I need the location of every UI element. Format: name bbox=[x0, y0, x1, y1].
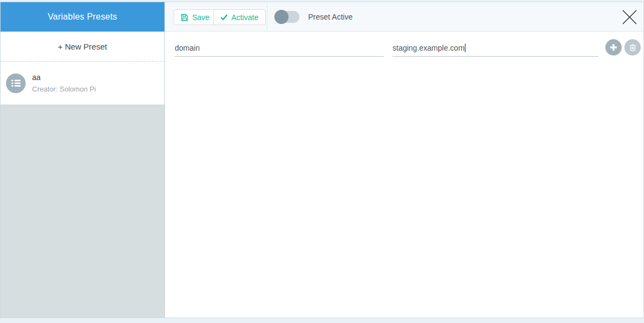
trash-icon bbox=[629, 43, 637, 52]
sidebar-title: Variables Presets bbox=[1, 2, 164, 32]
toggle-knob bbox=[274, 10, 289, 24]
variable-value-text: staging.example.com bbox=[392, 44, 464, 52]
variable-key-text: domain bbox=[175, 44, 200, 52]
new-preset-button[interactable]: + New Preset bbox=[1, 32, 164, 62]
sidebar: Variables Presets + New Preset aa Creato… bbox=[1, 2, 165, 318]
floppy-icon bbox=[181, 14, 188, 21]
delete-variable-button[interactable] bbox=[624, 39, 641, 56]
save-button[interactable]: Save bbox=[174, 9, 217, 25]
save-label: Save bbox=[192, 13, 210, 22]
activate-label: Activate bbox=[231, 13, 259, 22]
activate-button[interactable]: Activate bbox=[213, 9, 266, 25]
toolbar-divider bbox=[267, 2, 267, 31]
preset-active-toggle[interactable] bbox=[275, 11, 299, 23]
preset-name: aa bbox=[32, 73, 96, 82]
preset-list-item[interactable]: aa Creator: Solomon Pi bbox=[1, 62, 164, 105]
variable-value-input[interactable]: staging.example.com bbox=[392, 39, 598, 57]
main-panel: Save Activate Preset Active bbox=[165, 2, 643, 318]
list-icon bbox=[11, 80, 21, 87]
variables-editor: domain staging.example.com bbox=[165, 32, 643, 318]
plus-icon bbox=[609, 43, 618, 52]
preset-active-label: Preset Active bbox=[308, 13, 353, 21]
preset-avatar bbox=[6, 74, 26, 93]
preset-creator: Creator: Solomon Pi bbox=[32, 85, 96, 93]
variables-presets-dialog: Variables Presets + New Preset aa Creato… bbox=[0, 2, 644, 318]
close-icon bbox=[621, 8, 639, 26]
close-button[interactable] bbox=[620, 8, 639, 26]
toolbar: Save Activate Preset Active bbox=[165, 2, 643, 32]
check-icon bbox=[220, 14, 228, 21]
variable-key-input[interactable]: domain bbox=[175, 39, 384, 57]
text-caret bbox=[465, 44, 465, 52]
add-variable-button[interactable] bbox=[605, 39, 622, 56]
